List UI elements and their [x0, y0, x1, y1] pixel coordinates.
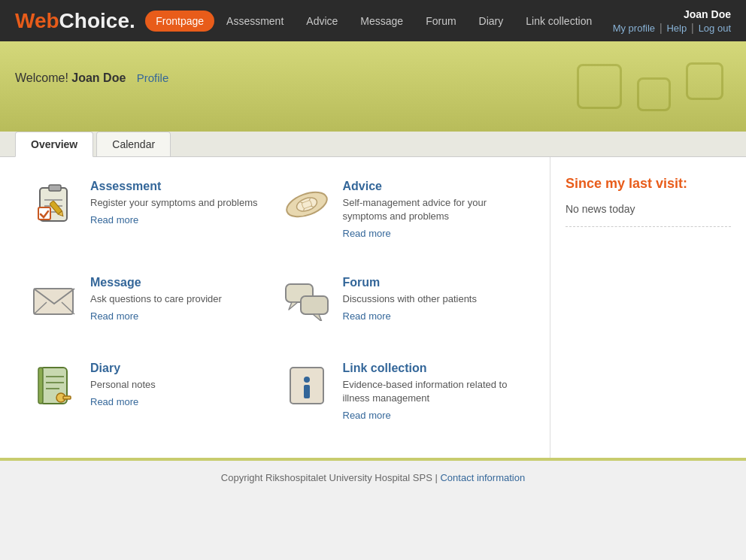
- assessment-body: Assessment Register your symptoms and pr…: [90, 180, 258, 226]
- link-collection-icon: [283, 362, 332, 410]
- card-assessment: Assessment Register your symptoms and pr…: [30, 180, 268, 253]
- welcome-username: Joan Doe: [71, 71, 126, 84]
- message-icon: [30, 276, 79, 325]
- forum-title[interactable]: Forum: [343, 276, 477, 289]
- diary-readmore[interactable]: Read more: [90, 396, 138, 407]
- since-last-visit-title: Since my last visit:: [566, 176, 731, 192]
- card-forum: Forum Discussions with other patients Re…: [283, 276, 520, 339]
- forum-icon: [283, 276, 332, 325]
- tabs-bar: Overview Calendar: [0, 132, 746, 157]
- logo-area: WebChoice.: [15, 9, 135, 33]
- assessment-icon: [30, 180, 79, 229]
- svg-marker-19: [313, 314, 322, 321]
- sidebar-divider: [566, 226, 731, 227]
- message-body: Message Ask questions to care provider R…: [90, 276, 222, 322]
- link-collection-readmore[interactable]: Read more: [343, 410, 391, 421]
- forum-body: Forum Discussions with other patients Re…: [343, 276, 477, 322]
- nav-advice[interactable]: Advice: [296, 11, 348, 32]
- svg-marker-17: [289, 302, 298, 310]
- diary-body: Diary Personal notes Read more: [90, 362, 156, 407]
- no-news-text: No news today: [566, 203, 731, 215]
- nav-forum[interactable]: Forum: [415, 11, 466, 32]
- card-message: Message Ask questions to care provider R…: [30, 276, 268, 339]
- svg-rect-29: [304, 385, 310, 398]
- logo-web: Web: [15, 9, 59, 32]
- content-grid: Assessment Register your symptoms and pr…: [0, 157, 550, 458]
- advice-desc: Self-management advice for your symptoms…: [343, 196, 520, 223]
- advice-readmore[interactable]: Read more: [343, 228, 391, 239]
- welcome-prefix: Welcome!: [15, 71, 68, 84]
- user-area: Joan Doe My profile | Help | Log out: [613, 8, 731, 34]
- svg-rect-21: [38, 368, 43, 404]
- tab-calendar[interactable]: Calendar: [96, 132, 171, 156]
- link-collection-title[interactable]: Link collection: [343, 362, 520, 375]
- main-content: Assessment Register your symptoms and pr…: [0, 157, 746, 458]
- message-desc: Ask questions to care provider: [90, 292, 222, 306]
- message-title[interactable]: Message: [90, 276, 222, 289]
- deco-shape-1: [577, 64, 622, 109]
- svg-rect-26: [63, 396, 71, 399]
- deco-shape-3: [686, 62, 723, 100]
- diary-desc: Personal notes: [90, 378, 156, 392]
- user-name: Joan Doe: [613, 8, 731, 20]
- svg-rect-18: [301, 296, 328, 314]
- advice-icon: [283, 180, 332, 229]
- diary-icon: [30, 362, 79, 410]
- footer: Copyright Rikshospitalet University Hosp…: [0, 458, 746, 495]
- my-profile-link[interactable]: My profile: [613, 23, 655, 34]
- nav-diary[interactable]: Diary: [469, 11, 514, 32]
- assessment-title[interactable]: Assessment: [90, 180, 258, 193]
- nav-frontpage[interactable]: Frontpage: [145, 11, 214, 32]
- card-link-collection: Link collection Evidence-based informati…: [283, 362, 520, 435]
- forum-readmore[interactable]: Read more: [343, 310, 391, 322]
- advice-title[interactable]: Advice: [343, 180, 520, 193]
- user-links: My profile | Help | Log out: [613, 22, 731, 34]
- svg-point-28: [304, 377, 310, 383]
- welcome-message: Welcome! Joan Doe Profile: [15, 71, 168, 85]
- sidebar: Since my last visit: No news today: [550, 157, 746, 458]
- forum-desc: Discussions with other patients: [343, 292, 477, 306]
- logo[interactable]: WebChoice.: [15, 9, 135, 33]
- hero-banner: Welcome! Joan Doe Profile: [0, 41, 746, 132]
- link-collection-desc: Evidence-based information related to il…: [343, 378, 520, 405]
- diary-title[interactable]: Diary: [90, 362, 156, 375]
- log-out-link[interactable]: Log out: [699, 23, 731, 34]
- advice-body: Advice Self-management advice for your s…: [343, 180, 520, 239]
- nav-message[interactable]: Message: [350, 11, 414, 32]
- card-advice: Advice Self-management advice for your s…: [283, 180, 520, 253]
- contact-info-link[interactable]: Contact information: [440, 472, 525, 483]
- hero-decoration: [520, 41, 746, 132]
- tab-overview[interactable]: Overview: [15, 132, 93, 157]
- footer-copyright: Copyright Rikshospitalet University Hosp…: [221, 472, 438, 483]
- message-readmore[interactable]: Read more: [90, 310, 138, 322]
- assessment-readmore[interactable]: Read more: [90, 214, 138, 226]
- deco-shape-2: [637, 77, 671, 111]
- logo-choice: Choice.: [59, 9, 135, 32]
- help-link[interactable]: Help: [666, 23, 687, 34]
- nav-link-collection[interactable]: Link collection: [515, 11, 602, 32]
- link-collection-body: Link collection Evidence-based informati…: [343, 362, 520, 421]
- assessment-desc: Register your symptoms and problems: [90, 196, 258, 210]
- profile-link[interactable]: Profile: [137, 71, 169, 84]
- main-nav: Frontpage Assessment Advice Message Foru…: [145, 11, 602, 32]
- svg-rect-1: [49, 185, 61, 191]
- card-diary: Diary Personal notes Read more: [30, 362, 268, 435]
- nav-assessment[interactable]: Assessment: [216, 11, 294, 32]
- header: WebChoice. Frontpage Assessment Advice M…: [0, 0, 746, 41]
